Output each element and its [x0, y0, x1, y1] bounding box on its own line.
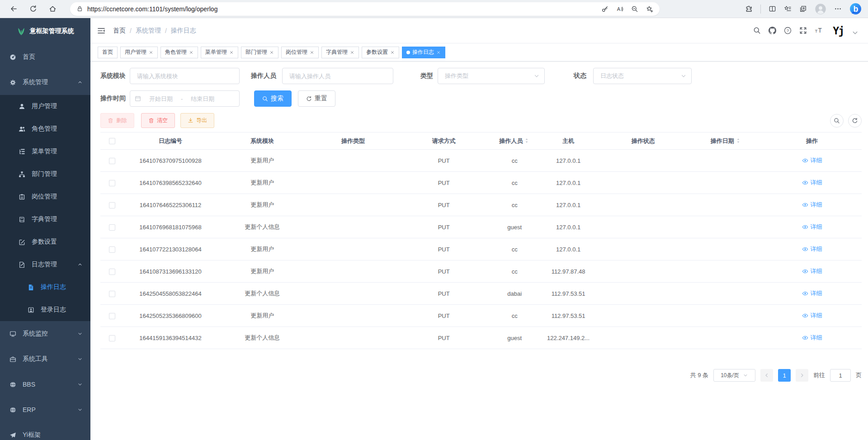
refresh-icon[interactable] — [29, 5, 37, 13]
start-date-input[interactable] — [144, 95, 178, 102]
delete-button[interactable]: 删除 — [100, 113, 134, 128]
clear-button[interactable]: 清空 — [141, 113, 175, 128]
detail-link[interactable]: 详细 — [802, 223, 822, 231]
tab-post-management[interactable]: 岗位管理 — [281, 47, 319, 58]
tab-dept-management[interactable]: 部门管理 — [241, 47, 278, 58]
sidebar-item-user-management[interactable]: 用户管理 — [0, 95, 90, 118]
search-icon[interactable] — [753, 27, 761, 34]
more-options-icon[interactable] — [834, 5, 842, 13]
close-icon[interactable] — [350, 50, 354, 55]
show-search-button[interactable] — [830, 114, 844, 128]
page-1-button[interactable]: 1 — [778, 369, 791, 382]
fullscreen-icon[interactable] — [799, 27, 807, 34]
close-icon[interactable] — [390, 50, 395, 55]
module-input[interactable] — [130, 68, 240, 84]
home-icon[interactable] — [49, 5, 57, 13]
tab-param-settings[interactable]: 参数设置 — [362, 47, 399, 58]
row-checkbox[interactable] — [109, 180, 115, 186]
search-button[interactable]: 搜索 — [254, 90, 292, 107]
row-checkbox[interactable] — [109, 269, 115, 275]
status-select[interactable]: 日志状态 — [593, 68, 692, 84]
page-size-select[interactable]: 10条/页 — [713, 369, 755, 382]
detail-link[interactable]: 详细 — [802, 179, 822, 187]
password-key-icon[interactable] — [601, 5, 609, 13]
detail-link[interactable]: 详细 — [802, 289, 822, 298]
select-all-checkbox[interactable] — [109, 138, 115, 144]
detail-link[interactable]: 详细 — [802, 245, 822, 253]
close-icon[interactable] — [436, 50, 441, 55]
extensions-icon[interactable] — [745, 5, 753, 13]
sidebar-item-login-log[interactable]: 登录日志 — [0, 298, 90, 321]
row-checkbox[interactable] — [109, 224, 115, 231]
tab-menu-management[interactable]: 菜单管理 — [201, 47, 238, 58]
sidebar-item-system-tools[interactable]: 系统工具 — [0, 346, 90, 372]
refresh-table-button[interactable] — [848, 114, 862, 128]
sidebar-item-log-management[interactable]: 日志管理 — [0, 253, 90, 276]
tab-dict-management[interactable]: 字典管理 — [321, 47, 359, 58]
reset-button[interactable]: 重置 — [298, 90, 335, 107]
app-brand[interactable]: 意框架管理系统 — [0, 18, 90, 44]
sort-icon[interactable] — [735, 137, 741, 144]
sidebar-item-operation-log[interactable]: 操作日志 — [0, 276, 90, 298]
next-page-button[interactable] — [796, 369, 808, 382]
add-favorite-icon[interactable] — [646, 5, 653, 13]
user-logo[interactable]: Yj — [833, 25, 844, 37]
sidebar-item-menu-management[interactable]: 菜单管理 — [0, 140, 90, 163]
font-size-icon[interactable]: TT — [815, 27, 822, 34]
export-button[interactable]: 导出 — [180, 113, 214, 128]
row-checkbox[interactable] — [109, 246, 115, 253]
row-checkbox[interactable] — [109, 202, 115, 208]
row-checkbox[interactable] — [109, 158, 115, 164]
sidebar-item-home[interactable]: 首页 — [0, 44, 90, 70]
sidebar-item-param-settings[interactable]: 参数设置 — [0, 231, 90, 253]
row-checkbox[interactable] — [109, 335, 115, 341]
favorites-icon[interactable] — [784, 5, 792, 13]
url-text[interactable]: https://ccnetcore.com:1101/system/log/op… — [87, 5, 217, 13]
sidebar-item-erp[interactable]: ERP — [0, 397, 90, 422]
detail-link[interactable]: 详细 — [802, 267, 822, 275]
close-icon[interactable] — [189, 50, 193, 55]
split-screen-icon[interactable] — [769, 5, 776, 13]
type-select[interactable]: 操作类型 — [438, 68, 545, 84]
help-icon[interactable]: ? — [784, 27, 792, 34]
close-icon[interactable] — [229, 50, 234, 55]
end-date-input[interactable] — [185, 95, 220, 102]
zoom-out-icon[interactable] — [631, 5, 638, 13]
row-checkbox[interactable] — [109, 291, 115, 297]
github-icon[interactable] — [769, 27, 776, 34]
row-checkbox[interactable] — [109, 313, 115, 319]
collapse-sidebar-icon[interactable] — [97, 27, 105, 35]
date-range-picker[interactable]: - — [130, 90, 240, 107]
sidebar-item-dict-management[interactable]: 字典管理 — [0, 208, 90, 231]
detail-link[interactable]: 详细 — [802, 312, 822, 320]
operator-input[interactable] — [282, 68, 393, 84]
sidebar-item-yi-framework[interactable]: Yi框架 — [0, 422, 90, 440]
detail-link[interactable]: 详细 — [802, 156, 822, 165]
collections-icon[interactable] — [799, 5, 807, 13]
profile-avatar[interactable] — [815, 3, 826, 15]
sidebar-item-system-monitor[interactable]: 系统监控 — [0, 321, 90, 346]
address-bar[interactable]: https://ccnetcore.com:1101/system/log/op… — [70, 2, 660, 16]
sidebar-item-dept-management[interactable]: 部门管理 — [0, 163, 90, 185]
sidebar-item-role-management[interactable]: 角色管理 — [0, 118, 90, 140]
close-icon[interactable] — [269, 50, 274, 55]
close-icon[interactable] — [149, 50, 153, 55]
column-header-operation-date[interactable]: 操作日期 — [690, 132, 763, 150]
breadcrumb-home[interactable]: 首页 — [113, 27, 126, 35]
sidebar-item-post-management[interactable]: 岗位管理 — [0, 185, 90, 208]
prev-page-button[interactable] — [760, 369, 773, 382]
tab-role-management[interactable]: 角色管理 — [160, 47, 198, 58]
detail-link[interactable]: 详细 — [802, 334, 822, 342]
sidebar-item-bbs[interactable]: BBS — [0, 372, 90, 397]
tab-user-management[interactable]: 用户管理 — [120, 47, 158, 58]
tab-home[interactable]: 首页 — [98, 47, 118, 58]
sidebar-item-system-management[interactable]: 系统管理 — [0, 70, 90, 95]
bing-chat-icon[interactable]: b — [849, 3, 862, 15]
column-header-operator[interactable]: 操作人员 — [489, 132, 540, 150]
goto-page-input[interactable] — [830, 369, 851, 382]
detail-link[interactable]: 详细 — [802, 201, 822, 209]
sort-icon[interactable] — [524, 137, 530, 144]
back-icon[interactable] — [10, 5, 18, 13]
read-aloud-icon[interactable]: A — [616, 5, 623, 13]
tab-operation-log[interactable]: 操作日志 — [402, 47, 445, 58]
